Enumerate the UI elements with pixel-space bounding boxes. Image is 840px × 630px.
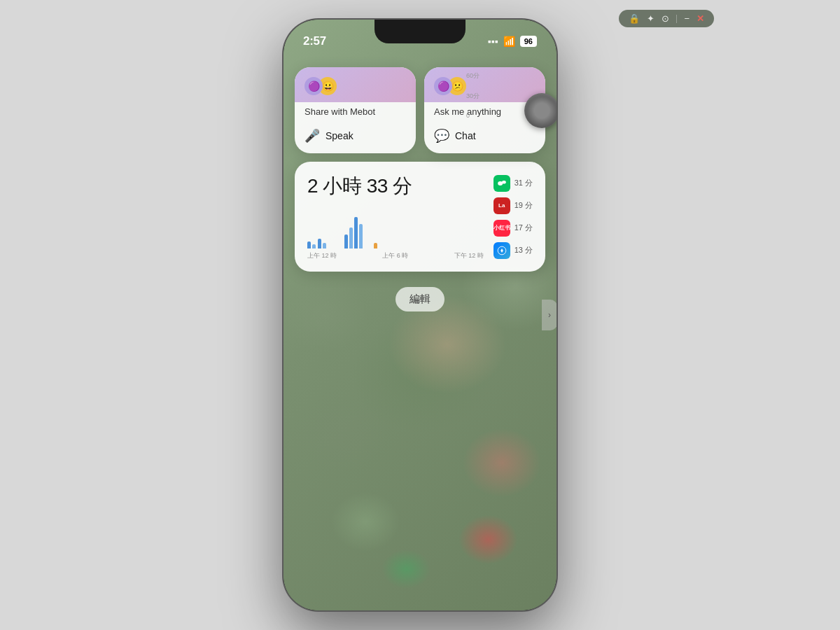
widget-share-mebot[interactable]: 🟣 😀 Share with Mebot 🎤 Speak bbox=[295, 67, 416, 153]
chat-icon: 💬 bbox=[434, 128, 449, 144]
widget-share-title: Share with Mebot bbox=[295, 102, 416, 120]
y-label-60: 60分 bbox=[466, 71, 479, 80]
bar bbox=[359, 224, 363, 248]
bar bbox=[307, 241, 311, 248]
widget-ask-container: 🟣 😕 Ask me anything 💬 Chat bbox=[424, 67, 545, 153]
xiaohongshu-minutes: 17 分 bbox=[514, 223, 533, 233]
bar bbox=[312, 244, 316, 248]
widget-share-body: 🎤 Speak bbox=[295, 120, 416, 153]
avatar-group-2: 🟣 😕 bbox=[434, 77, 466, 95]
bar bbox=[323, 243, 326, 248]
svg-point-1 bbox=[502, 180, 506, 183]
speak-icon: 🎤 bbox=[304, 128, 320, 144]
app-stat-lala: La 19 分 bbox=[493, 197, 533, 214]
safari-icon bbox=[493, 242, 510, 259]
lala-minutes: 19 分 bbox=[514, 200, 533, 211]
screen-time-labels: 上午 12 時 上午 6 時 下午 12 時 bbox=[307, 251, 484, 260]
screen-time-right: 60分 30分 0 31 分 La 19 分 bbox=[493, 173, 533, 260]
bar-group-morning bbox=[318, 239, 326, 248]
screen-time-left: 2 小時 33 分 bbox=[307, 173, 484, 260]
star-icon[interactable]: ✦ bbox=[647, 13, 654, 24]
window-chrome: 🔒 ✦ ⊙ − ✕ bbox=[619, 10, 714, 27]
bar-group-noon bbox=[374, 243, 377, 248]
avatar-purple-2: 🟣 bbox=[434, 77, 452, 95]
app-stat-wechat: 31 分 bbox=[493, 175, 533, 192]
bar bbox=[349, 227, 353, 248]
y-label-0: 0 bbox=[466, 112, 479, 119]
wechat-icon bbox=[493, 175, 510, 192]
screen-time-total: 2 小時 33 分 bbox=[307, 173, 484, 200]
screen-time-chart bbox=[307, 206, 484, 248]
phone-screen: 2:57 ▪▪▪ 📶 96 › 🟣 😀 bbox=[284, 20, 556, 610]
bar-group-midnight bbox=[307, 241, 316, 248]
avatar-group: 🟣 😀 bbox=[304, 77, 337, 95]
y-label-30: 30分 bbox=[466, 92, 479, 101]
widgets-row: 🟣 😀 Share with Mebot 🎤 Speak bbox=[295, 67, 545, 153]
phone-frame: 2:57 ▪▪▪ 📶 96 › 🟣 😀 bbox=[284, 20, 556, 610]
bar bbox=[374, 243, 377, 248]
battery-indicator: 96 bbox=[520, 36, 537, 47]
status-time: 2:57 bbox=[303, 34, 326, 48]
safari-minutes: 13 分 bbox=[514, 245, 533, 255]
lala-icon: La bbox=[493, 197, 510, 214]
bar bbox=[344, 234, 348, 248]
notch bbox=[374, 20, 465, 43]
wechat-minutes: 31 分 bbox=[514, 178, 533, 188]
screen-time-widget[interactable]: 2 小時 33 分 bbox=[295, 162, 545, 272]
chat-label: Chat bbox=[455, 130, 476, 141]
widget-ask-header: 🟣 😕 bbox=[424, 67, 545, 102]
share-icon[interactable]: ⊙ bbox=[662, 13, 669, 24]
widget-share-header: 🟣 😀 bbox=[295, 67, 416, 102]
app-stat-safari: 13 分 bbox=[493, 242, 533, 259]
scroll-arrow[interactable]: › bbox=[542, 300, 556, 330]
chrome-divider bbox=[676, 15, 677, 23]
widgets-area: 🟣 😀 Share with Mebot 🎤 Speak bbox=[284, 60, 556, 312]
status-icons: ▪▪▪ 📶 96 bbox=[488, 36, 537, 47]
bar bbox=[318, 239, 321, 248]
lock-icon[interactable]: 🔒 bbox=[629, 13, 640, 24]
wifi-icon: 📶 bbox=[503, 36, 515, 47]
app-stat-xiaohongshu: 小红书 17 分 bbox=[493, 220, 533, 237]
minimize-icon[interactable]: − bbox=[684, 13, 690, 24]
xiaohongshu-icon: 小红书 bbox=[493, 220, 510, 237]
avatar-purple: 🟣 bbox=[304, 77, 323, 95]
bar-group-6am bbox=[344, 217, 363, 248]
label-noon: 下午 12 時 bbox=[454, 251, 484, 260]
bar bbox=[354, 217, 358, 248]
edit-button[interactable]: 編輯 bbox=[396, 287, 444, 312]
widget-ask-body: 💬 Chat bbox=[424, 120, 545, 153]
label-midnight: 上午 12 時 bbox=[307, 251, 337, 260]
spinner-knob bbox=[524, 93, 556, 128]
speak-label: Speak bbox=[326, 130, 354, 141]
y-axis: 60分 30分 0 bbox=[466, 71, 479, 119]
label-6am: 上午 6 時 bbox=[382, 251, 408, 260]
signal-icon: ▪▪▪ bbox=[488, 36, 498, 47]
close-icon[interactable]: ✕ bbox=[696, 13, 704, 24]
